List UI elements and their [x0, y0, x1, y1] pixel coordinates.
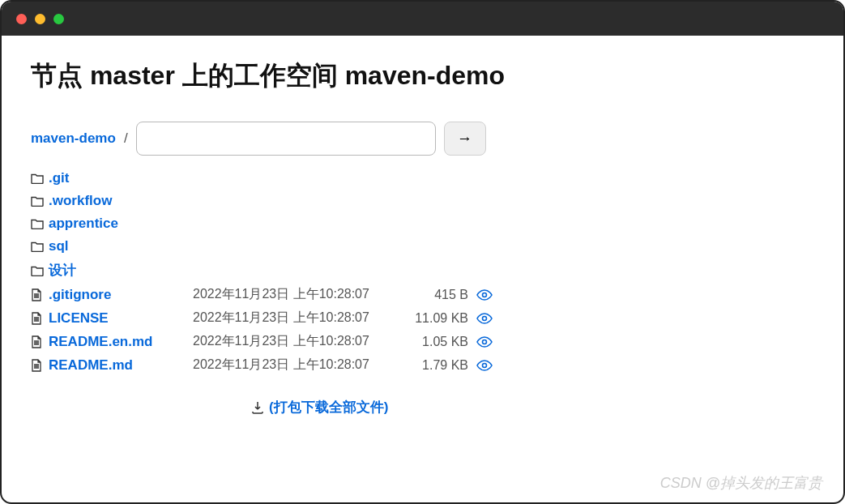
go-button[interactable]: →	[444, 122, 486, 156]
file-icon	[31, 335, 49, 348]
file-name[interactable]: .gitignore	[49, 287, 111, 302]
file-icon	[31, 288, 49, 301]
list-item: README.md 2022年11月23日 上午10:28:07 1.79 KB	[31, 353, 814, 377]
watermark: CSDN @掉头发的王富贵	[660, 473, 822, 493]
app-window: 节点 master 上的工作空间 maven-demo maven-demo /…	[0, 0, 845, 504]
file-size: 415 B	[395, 288, 468, 302]
folder-name[interactable]: .workflow	[49, 193, 112, 209]
maximize-icon[interactable]	[53, 14, 64, 24]
folder-name[interactable]: apprentice	[49, 216, 118, 232]
file-name[interactable]: README.md	[49, 357, 133, 373]
file-icon	[31, 359, 49, 372]
file-size: 1.05 KB	[395, 335, 468, 349]
file-date: 2022年11月23日 上午10:28:07	[193, 333, 395, 350]
folder-name[interactable]: .git	[49, 170, 70, 186]
folder-icon	[31, 173, 49, 184]
folder-icon	[31, 218, 49, 229]
folder-icon	[31, 265, 49, 276]
file-date: 2022年11月23日 上午10:28:07	[193, 310, 395, 327]
download-icon	[251, 401, 264, 414]
file-name[interactable]: README.en.md	[49, 334, 152, 349]
svg-point-0	[483, 293, 487, 297]
folder-name[interactable]: 设计	[49, 261, 76, 280]
minimize-icon[interactable]	[35, 14, 45, 24]
svg-point-1	[483, 316, 487, 320]
breadcrumb-separator: /	[124, 130, 128, 147]
breadcrumb: maven-demo / →	[31, 122, 814, 156]
arrow-right-icon: →	[457, 130, 472, 147]
file-size: 1.79 KB	[395, 358, 468, 373]
file-date: 2022年11月23日 上午10:28:07	[193, 357, 395, 374]
titlebar	[2, 2, 843, 36]
view-icon[interactable]	[476, 336, 493, 348]
list-item: .gitignore 2022年11月23日 上午10:28:07 415 B	[31, 283, 814, 306]
file-name[interactable]: LICENSE	[49, 310, 109, 326]
breadcrumb-root[interactable]: maven-demo	[31, 130, 116, 147]
list-item: apprentice	[31, 212, 814, 235]
folder-name[interactable]: sql	[49, 238, 69, 254]
view-icon[interactable]	[476, 313, 493, 324]
list-item: .workflow	[31, 190, 814, 212]
list-item: .git	[31, 167, 814, 190]
svg-point-3	[483, 363, 487, 367]
download-all-link[interactable]: (打包下载全部文件)	[269, 398, 388, 416]
file-size: 11.09 KB	[395, 311, 468, 326]
file-date: 2022年11月23日 上午10:28:07	[193, 286, 395, 303]
list-item: 设计	[31, 258, 814, 283]
close-icon[interactable]	[16, 14, 27, 24]
page-title: 节点 master 上的工作空间 maven-demo	[31, 58, 814, 94]
file-list: .git .workflow apprentice sql	[31, 167, 814, 377]
list-item: sql	[31, 235, 814, 258]
content-area: 节点 master 上的工作空间 maven-demo maven-demo /…	[2, 36, 843, 439]
svg-point-2	[483, 340, 487, 344]
list-item: README.en.md 2022年11月23日 上午10:28:07 1.05…	[31, 330, 814, 353]
view-icon[interactable]	[476, 360, 493, 371]
folder-icon	[31, 241, 49, 252]
folder-icon	[31, 195, 49, 207]
view-icon[interactable]	[476, 289, 493, 301]
file-icon	[31, 312, 49, 325]
download-all-row: (打包下载全部文件)	[251, 398, 814, 416]
list-item: LICENSE 2022年11月23日 上午10:28:07 11.09 KB	[31, 306, 814, 330]
path-input[interactable]	[136, 122, 436, 156]
